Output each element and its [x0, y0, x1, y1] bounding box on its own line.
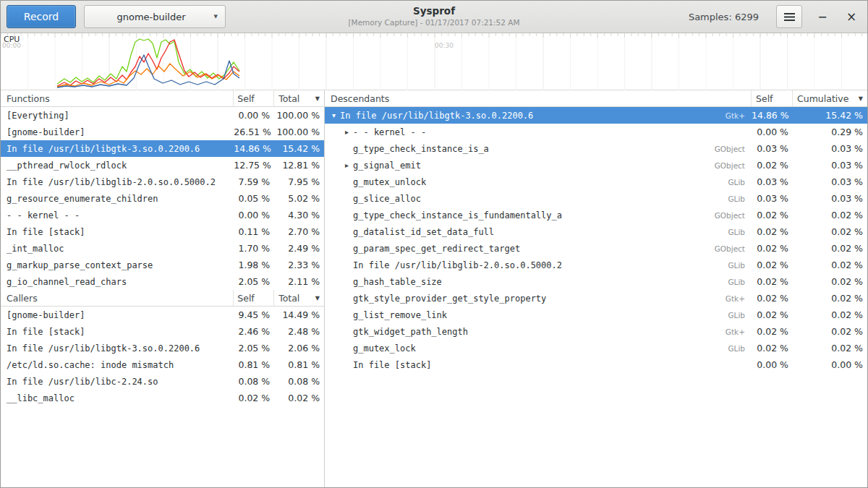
function-name: In file [stack]: [1, 227, 234, 237]
cumulative-percent: 0.03 %: [793, 143, 867, 154]
tree-row[interactable]: g_mutex_unlockGLib0.03 %0.03 %: [325, 174, 867, 190]
total-percent: 7.95 %: [274, 176, 324, 187]
callers-table-header: Callers Self Total ▼: [1, 290, 324, 307]
chevron-down-icon: ▼: [214, 14, 218, 20]
tree-row[interactable]: g_list_remove_linkGLib0.02 %0.02 %: [325, 307, 867, 323]
self-percent: 14.86 %: [752, 110, 793, 121]
descendant-name-cell: gtk_widget_path_lengthGtk+: [325, 327, 752, 337]
tree-row[interactable]: gtk_style_provider_get_style_propertyGtk…: [325, 290, 867, 307]
total-percent: 2.33 %: [274, 260, 324, 270]
table-row[interactable]: __pthread_rwlock_rdlock12.75 %12.81 %: [1, 157, 324, 174]
column-label: Total: [278, 293, 299, 304]
self-percent: 14.86 %: [234, 143, 274, 154]
self-percent: 0.81 %: [234, 359, 274, 370]
expander-icon[interactable]: ▾: [328, 111, 340, 119]
total-percent: 2.11 %: [274, 276, 324, 287]
total-percent: 2.70 %: [274, 226, 324, 237]
tree-row[interactable]: ▸- - kernel - -0.00 %0.29 %: [325, 124, 867, 140]
table-row[interactable]: In file /usr/lib/libglib-2.0.so.0.5000.2…: [1, 174, 324, 190]
tree-row[interactable]: g_hash_table_sizeGLib0.02 %0.02 %: [325, 273, 867, 290]
column-header-self[interactable]: Self: [234, 90, 274, 106]
table-row[interactable]: [gnome-builder]9.45 %14.49 %: [1, 307, 324, 323]
functions-table-header: Functions Self Total ▼: [1, 90, 324, 107]
column-header-self[interactable]: Self: [234, 290, 274, 306]
functions-table: [Everything]0.00 %100.00 %[gnome-builder…: [1, 107, 324, 290]
close-button[interactable]: ×: [841, 7, 861, 27]
function-name: gtk_widget_path_length: [353, 327, 468, 337]
tree-row[interactable]: g_param_spec_get_redirect_targetGObject0…: [325, 240, 867, 257]
table-row[interactable]: g_io_channel_read_chars2.05 %2.11 %: [1, 273, 324, 290]
column-header-cumulative[interactable]: Cumulative ▼: [793, 90, 867, 106]
column-header-total[interactable]: Total ▼: [274, 290, 324, 306]
cpu-graph[interactable]: CPU 00:00 00:30: [1, 33, 867, 90]
cumulative-percent: 0.02 %: [793, 326, 867, 337]
total-percent: 12.81 %: [274, 160, 324, 171]
tree-row[interactable]: g_slice_allocGLib0.03 %0.03 %: [325, 190, 867, 207]
record-button[interactable]: Record: [7, 5, 76, 28]
table-row[interactable]: [gnome-builder]26.51 %100.00 %: [1, 124, 324, 140]
table-row[interactable]: In file /usr/lib/libgtk-3.so.0.2200.62.0…: [1, 340, 324, 356]
self-percent: 0.02 %: [752, 343, 793, 354]
process-selector[interactable]: gnome-builder ▼: [84, 5, 226, 28]
menu-button[interactable]: [776, 5, 802, 28]
function-name: /etc/ld.so.cache: inode mismatch: [1, 360, 234, 370]
column-label: Total: [278, 93, 299, 104]
total-percent: 2.49 %: [274, 243, 324, 254]
tree-row[interactable]: ▾In file /usr/lib/libgtk-3.so.0.2200.6Gt…: [325, 107, 867, 124]
column-header-callers[interactable]: Callers: [1, 290, 234, 306]
table-row[interactable]: __libc_malloc0.02 %0.02 %: [1, 390, 324, 406]
table-row[interactable]: - - kernel - -0.00 %4.30 %: [1, 207, 324, 223]
table-row[interactable]: In file /usr/lib/libgtk-3.so.0.2200.614.…: [1, 140, 324, 157]
descendant-name-cell: g_param_spec_get_redirect_targetGObject: [325, 244, 752, 254]
minimize-button[interactable]: −: [812, 7, 833, 27]
self-percent: 26.51 %: [234, 127, 274, 137]
descendant-name-cell: g_mutex_lockGLib: [325, 343, 752, 354]
tree-row[interactable]: g_datalist_id_set_data_fullGLib0.02 %0.0…: [325, 223, 867, 240]
tree-row[interactable]: g_type_check_instance_is_fundamentally_a…: [325, 207, 867, 223]
expander-icon[interactable]: ▸: [341, 161, 353, 169]
tree-row[interactable]: In file [stack]0.00 %0.00 %: [325, 356, 867, 373]
self-percent: 9.45 %: [234, 309, 274, 320]
column-label: Functions: [7, 93, 50, 104]
cumulative-percent: 0.02 %: [793, 226, 867, 237]
column-header-self[interactable]: Self: [752, 90, 793, 106]
expander-icon[interactable]: ▸: [341, 128, 353, 136]
samples-count: Samples: 6299: [689, 12, 759, 22]
self-percent: 0.00 %: [752, 127, 793, 137]
tree-row[interactable]: ▸g_signal_emitGObject0.02 %0.03 %: [325, 157, 867, 174]
function-name: g_mutex_unlock: [353, 177, 426, 187]
function-name: _int_malloc: [1, 244, 234, 254]
self-percent: 2.05 %: [234, 343, 274, 354]
column-label: Descendants: [331, 93, 389, 104]
table-row[interactable]: g_markup_parse_context_parse1.98 %2.33 %: [1, 257, 324, 273]
descendant-name-cell: gtk_style_provider_get_style_propertyGtk…: [325, 294, 752, 304]
cumulative-percent: 0.02 %: [793, 243, 867, 254]
tree-row[interactable]: g_mutex_lockGLib0.02 %0.02 %: [325, 340, 867, 356]
column-header-descendants[interactable]: Descendants: [325, 90, 752, 106]
tree-row[interactable]: In file /usr/lib/libglib-2.0.so.0.5000.2…: [325, 257, 867, 273]
cumulative-percent: 0.00 %: [793, 359, 867, 370]
column-label: Callers: [7, 293, 38, 304]
library-category: GLib: [728, 344, 752, 353]
table-row[interactable]: In file /usr/lib/libc-2.24.so0.08 %0.08 …: [1, 373, 324, 390]
self-percent: 0.00 %: [234, 110, 274, 121]
table-row[interactable]: [Everything]0.00 %100.00 %: [1, 107, 324, 124]
self-percent: 0.02 %: [752, 326, 793, 337]
function-name: g_signal_emit: [353, 160, 421, 171]
left-pane-empty-area: [1, 406, 324, 487]
table-row[interactable]: In file [stack]0.11 %2.70 %: [1, 223, 324, 240]
column-header-total[interactable]: Total ▼: [274, 90, 324, 106]
function-name: In file /usr/lib/libgtk-3.so.0.2200.6: [1, 144, 234, 154]
library-category: Gtk+: [726, 111, 752, 120]
table-row[interactable]: /etc/ld.so.cache: inode mismatch0.81 %0.…: [1, 356, 324, 373]
table-row[interactable]: _int_malloc1.70 %2.49 %: [1, 240, 324, 257]
column-header-functions[interactable]: Functions: [1, 90, 234, 106]
cumulative-percent: 0.02 %: [793, 260, 867, 270]
function-name: In file [stack]: [1, 327, 234, 337]
tree-row[interactable]: g_type_check_instance_is_aGObject0.03 %0…: [325, 140, 867, 157]
table-row[interactable]: g_resource_enumerate_children0.05 %5.02 …: [1, 190, 324, 207]
self-percent: 0.02 %: [752, 309, 793, 320]
table-row[interactable]: In file [stack]2.46 %2.48 %: [1, 323, 324, 340]
column-label: Self: [237, 93, 255, 104]
tree-row[interactable]: gtk_widget_path_lengthGtk+0.02 %0.02 %: [325, 323, 867, 340]
